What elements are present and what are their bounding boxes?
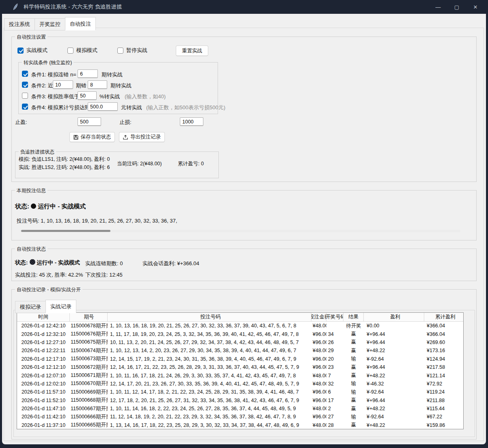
tab-sim-records[interactable]: 模拟记录 [15, 301, 46, 313]
take-profit-input[interactable] [78, 117, 101, 126]
status-text: 运行中 - 实战模式 [37, 260, 80, 266]
table-row[interactable]: 2026-01-d 11:37:10 115000665期开奖 1, 13, 1… [17, 421, 463, 429]
column-header-period[interactable]: 期号 [70, 313, 108, 321]
column-header-result[interactable]: 结果 [343, 313, 364, 321]
table-row[interactable]: 2026-01-d 11:42:10 115000666期开奖 11, 12, … [17, 413, 463, 421]
close-button[interactable]: ✕ [466, 0, 485, 14]
condition-2-checkbox[interactable] [22, 82, 28, 88]
checkbox-icon[interactable] [17, 48, 24, 54]
records-table: 时间 期号 投注号码 投注金额 开奖号码 结果 盈利 累计盈利 [17, 312, 464, 429]
table-row[interactable]: 2026-01-d 12:07:10 115000671期开奖 1, 10, 1… [17, 371, 463, 379]
table-row[interactable]: 2026-01-d 11:57:10 115000669期开奖 1, 10, 1… [17, 388, 463, 396]
checkbox-real-mode[interactable]: 实战模式 [17, 47, 48, 54]
export-records-button[interactable]: 导出投注记录 [119, 132, 165, 142]
column-header-time[interactable]: 时间 [17, 313, 70, 321]
tab-draw-monitor[interactable]: 开奖监控 [35, 18, 65, 30]
cell-time: 2026-01-d 11:47:10 [17, 405, 70, 413]
table-row[interactable]: 2026-01-d 12:27:10 115000675期开奖 10, 11, … [17, 338, 463, 346]
condition-4-suffix: 元转实战 [121, 104, 142, 111]
column-header-draw[interactable]: 开奖号码 [326, 313, 343, 321]
stop-loss-input[interactable] [180, 117, 203, 126]
table-row[interactable]: 2026-01-d 11:47:10 115000667期开奖 1, 10, 1… [17, 405, 463, 413]
condition-2-input-a[interactable] [53, 80, 73, 89]
checkbox-pause-real[interactable]: 暂停实战 [117, 47, 147, 54]
minimize-button[interactable]: — [429, 0, 447, 14]
table-body: 2026-01-d 12:42:10 115000678期开奖 1, 10, 1… [17, 322, 463, 429]
checkbox-sim-mode[interactable]: 模拟模式 [67, 47, 97, 54]
condition-4-checkbox[interactable] [22, 104, 28, 110]
real-strategy-line: 实战: 胜进L1S2, 注码: 2(¥48.00), 盈利: 6 [19, 164, 110, 171]
checkbox-icon[interactable] [22, 82, 28, 88]
checkbox-icon[interactable] [117, 48, 123, 54]
tab-betting-system[interactable]: 投注系统 [4, 18, 35, 30]
cell-result: 赢 [343, 405, 364, 413]
column-header-numbers[interactable]: 投注号码 [108, 313, 311, 321]
scrollbar-thumb[interactable] [21, 230, 110, 232]
cell-numbers: 1, 10, 13, 16, 18, 19, 20, 21, 25, 26, 2… [108, 322, 311, 330]
cumulative-profit: 累计盈亏: 0 [178, 160, 204, 167]
cell-amount: ¥96.00 [311, 413, 326, 421]
auto-bet-status-group: 自动投注状态 状态:运行中 - 实战模式 实战连错期数: 0 实战会话盈利: ¥… [11, 249, 477, 281]
cell-result: 输 [343, 388, 364, 396]
cell-result: 赢 [343, 338, 364, 346]
cell-numbers: 1, 10, 11, 12, 14, 17, 18, 2, 21, 22, 23… [108, 388, 311, 396]
table-row[interactable]: 2026-01-d 12:12:10 115000672期开奖 12, 14, … [17, 363, 463, 371]
group-title: 自动投注记录 - 模拟/实战分开 [15, 286, 82, 293]
horizontal-scrollbar[interactable] [20, 230, 460, 232]
save-state-button[interactable]: 保存当前状态 [69, 132, 115, 142]
cell-cum: ¥366.04 [424, 330, 464, 338]
condition-3-checkbox[interactable] [22, 93, 28, 99]
checkbox-icon[interactable] [67, 48, 73, 54]
table-row[interactable]: 2026-01-d 12:42:10 115000678期开奖 1, 10, 1… [17, 322, 463, 330]
cell-numbers: 1, 13, 14, 16, 17, 18, 22, 23, 25, 28, 2… [108, 421, 311, 429]
title-bar: 科学特码投注系统 - 六六无穷 负追胜进揽 — ▢ ✕ [0, 0, 488, 14]
checkbox-label: 模拟模式 [76, 47, 97, 54]
condition-3-input[interactable] [78, 91, 97, 100]
column-header-cum[interactable]: 累计盈利 [424, 313, 464, 321]
status-label: 状态: [15, 260, 28, 266]
cell-numbers: 12, 17, 18, 2, 20, 21, 25, 26, 27, 31, 3… [108, 396, 311, 405]
tab-auto-betting[interactable]: 自动投注 [65, 17, 96, 30]
cell-cum: ¥72.92 [424, 380, 464, 388]
cell-profit: ¥-46.32 [364, 380, 424, 388]
cell-result: 赢 [343, 371, 364, 379]
condition-1-checkbox[interactable] [22, 71, 28, 77]
checkbox-icon[interactable] [22, 93, 28, 99]
cell-numbers: 11, 12, 14, 18, 19, 2, 20, 21, 22, 23, 2… [108, 413, 311, 421]
table-row[interactable]: 2026-01-d 12:22:11 115000674期开奖 1, 10, 1… [17, 346, 463, 355]
maximize-button[interactable]: ▢ [447, 0, 466, 14]
cell-draw: 28 [326, 421, 343, 429]
table-row[interactable]: 2026-01-d 12:32:10 115000676期开奖 1, 11, 1… [17, 330, 463, 338]
checkbox-icon[interactable] [22, 71, 28, 77]
cell-numbers: 1, 10, 12, 13, 14, 2, 20, 23, 26, 27, 29… [108, 346, 311, 355]
cell-time: 2026-01-d 11:57:10 [17, 388, 70, 396]
column-header-amount[interactable]: 投注金额 [311, 313, 326, 321]
condition-2-mid-label: 期错 [76, 82, 86, 89]
cell-time: 2026-01-d 12:17:10 [17, 355, 70, 363]
condition-1-input[interactable] [78, 69, 98, 78]
cell-profit: ¥-92.64 [364, 413, 424, 421]
condition-4-input[interactable] [88, 102, 118, 111]
cell-draw: 34 [326, 330, 343, 338]
table-row[interactable]: 2026-01-d 12:02:10 115000670期开奖 12, 14, … [17, 380, 463, 388]
cell-cum: ¥121.14 [424, 371, 464, 379]
cell-result: 赢 [343, 363, 364, 371]
table-row[interactable]: 2026-01-d 11:52:10 115000668期开奖 12, 17, … [17, 396, 463, 405]
condition-4-hint: (输入正数，如500表示亏损500元) [146, 104, 225, 111]
cell-period: 115000671期开奖 [70, 371, 108, 379]
cell-period: 115000665期开奖 [70, 421, 108, 429]
reset-real-button[interactable]: 重置实战 [176, 45, 208, 56]
condition-2-input-b[interactable] [88, 80, 107, 89]
cell-amount: ¥96.00 [311, 388, 326, 396]
cell-cum: ¥124.94 [424, 355, 464, 363]
tab-real-records[interactable]: 实战记录 [45, 300, 76, 313]
checkbox-icon[interactable] [22, 104, 28, 110]
cell-draw [326, 322, 343, 330]
next-bet-time: 下次投注: 12:45 [85, 271, 123, 279]
column-header-profit[interactable]: 盈利 [364, 313, 424, 321]
cell-result: 赢 [343, 396, 364, 405]
group-title: 本期投注信息 [15, 187, 48, 194]
table-row[interactable]: 2026-01-d 12:17:10 115000673期开奖 12, 14, … [17, 355, 463, 363]
cell-cum: ¥159.86 [424, 421, 464, 429]
cell-amount: ¥96.00 [311, 330, 326, 338]
